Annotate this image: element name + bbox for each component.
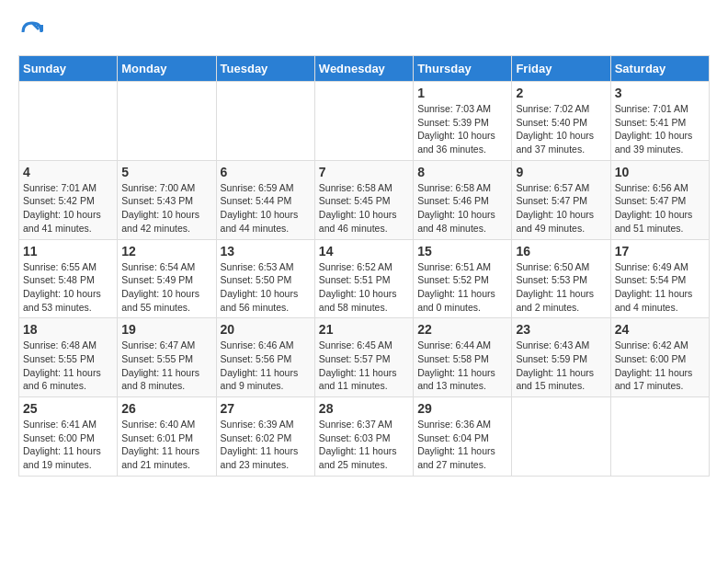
calendar-cell: 11 Sunrise: 6:55 AM Sunset: 5:48 PM Dayl… — [19, 239, 118, 318]
daylight-label: Daylight: 10 hours and 49 minutes. — [516, 209, 594, 234]
daylight-label: Daylight: 11 hours and 19 minutes. — [23, 445, 101, 470]
calendar-cell: 12 Sunrise: 6:54 AM Sunset: 5:49 PM Dayl… — [118, 239, 216, 318]
daylight-label: Daylight: 11 hours and 8 minutes. — [121, 367, 199, 392]
calendar-cell: 23 Sunrise: 6:43 AM Sunset: 5:59 PM Dayl… — [512, 318, 610, 397]
calendar-cell: 2 Sunrise: 7:02 AM Sunset: 5:40 PM Dayli… — [512, 82, 610, 161]
calendar-week-row: 4 Sunrise: 7:01 AM Sunset: 5:42 PM Dayli… — [19, 160, 710, 239]
day-info: Sunrise: 6:52 AM Sunset: 5:51 PM Dayligh… — [319, 260, 409, 315]
daylight-label: Daylight: 11 hours and 27 minutes. — [417, 445, 495, 470]
daylight-label: Daylight: 10 hours and 37 minutes. — [516, 130, 594, 155]
day-info: Sunrise: 6:47 AM Sunset: 5:55 PM Dayligh… — [121, 339, 211, 393]
daylight-label: Daylight: 10 hours and 42 minutes. — [121, 209, 199, 234]
calendar-cell: 22 Sunrise: 6:44 AM Sunset: 5:58 PM Dayl… — [414, 318, 512, 397]
day-number: 6 — [221, 165, 311, 179]
sunset-label: Sunset: 5:55 PM — [121, 353, 193, 364]
sunrise-label: Sunrise: 6:51 AM — [417, 261, 491, 272]
day-number: 27 — [221, 401, 311, 416]
sunrise-label: Sunrise: 6:47 AM — [121, 339, 195, 350]
sunrise-label: Sunrise: 6:58 AM — [319, 182, 392, 193]
calendar-cell — [118, 82, 216, 161]
sunset-label: Sunset: 5:47 PM — [516, 195, 587, 206]
sunset-label: Sunset: 5:44 PM — [221, 195, 292, 206]
calendar-cell: 5 Sunrise: 7:00 AM Sunset: 5:43 PM Dayli… — [118, 160, 216, 239]
day-number: 16 — [516, 244, 606, 259]
calendar-cell: 20 Sunrise: 6:46 AM Sunset: 5:56 PM Dayl… — [216, 318, 314, 397]
day-info: Sunrise: 7:01 AM Sunset: 5:42 PM Dayligh… — [23, 181, 113, 236]
calendar-cell: 25 Sunrise: 6:41 AM Sunset: 6:00 PM Dayl… — [19, 397, 118, 477]
daylight-label: Daylight: 11 hours and 0 minutes. — [417, 288, 495, 313]
header-friday: Friday — [512, 56, 610, 82]
daylight-label: Daylight: 11 hours and 9 minutes. — [221, 367, 299, 392]
daylight-label: Daylight: 11 hours and 15 minutes. — [516, 367, 594, 392]
sunset-label: Sunset: 6:02 PM — [221, 432, 292, 443]
sunset-label: Sunset: 5:54 PM — [615, 274, 687, 285]
sunrise-label: Sunrise: 6:40 AM — [121, 419, 195, 430]
calendar-cell: 15 Sunrise: 6:51 AM Sunset: 5:52 PM Dayl… — [414, 239, 512, 318]
day-info: Sunrise: 6:49 AM Sunset: 5:54 PM Dayligh… — [615, 260, 705, 315]
day-info: Sunrise: 7:01 AM Sunset: 5:41 PM Dayligh… — [615, 102, 705, 156]
day-info: Sunrise: 6:48 AM Sunset: 5:55 PM Dayligh… — [23, 339, 113, 393]
sunset-label: Sunset: 5:52 PM — [417, 274, 489, 285]
day-number: 24 — [615, 322, 705, 337]
sunrise-label: Sunrise: 6:49 AM — [615, 261, 688, 272]
header-tuesday: Tuesday — [216, 56, 314, 82]
header-monday: Monday — [118, 56, 216, 82]
daylight-label: Daylight: 11 hours and 25 minutes. — [319, 445, 397, 470]
daylight-label: Daylight: 10 hours and 53 minutes. — [23, 288, 101, 313]
sunrise-label: Sunrise: 6:59 AM — [221, 182, 294, 193]
day-number: 8 — [417, 165, 507, 179]
sunset-label: Sunset: 5:42 PM — [23, 195, 95, 206]
day-info: Sunrise: 6:58 AM Sunset: 5:46 PM Dayligh… — [417, 181, 507, 236]
sunset-label: Sunset: 5:51 PM — [319, 274, 391, 285]
daylight-label: Daylight: 10 hours and 41 minutes. — [23, 209, 101, 234]
sunrise-label: Sunrise: 6:57 AM — [516, 182, 589, 193]
day-number: 29 — [417, 401, 507, 416]
day-info: Sunrise: 6:43 AM Sunset: 5:59 PM Dayligh… — [516, 339, 606, 393]
sunset-label: Sunset: 5:57 PM — [319, 353, 391, 364]
day-info: Sunrise: 6:40 AM Sunset: 6:01 PM Dayligh… — [121, 418, 211, 472]
sunrise-label: Sunrise: 6:37 AM — [319, 419, 392, 430]
calendar-cell: 27 Sunrise: 6:39 AM Sunset: 6:02 PM Dayl… — [216, 397, 314, 477]
day-number: 13 — [221, 244, 311, 259]
daylight-label: Daylight: 10 hours and 56 minutes. — [221, 288, 299, 313]
day-info: Sunrise: 7:02 AM Sunset: 5:40 PM Dayligh… — [516, 102, 606, 156]
sunrise-label: Sunrise: 6:41 AM — [23, 419, 97, 430]
sunset-label: Sunset: 5:45 PM — [319, 195, 391, 206]
header-sunday: Sunday — [19, 56, 118, 82]
logo-icon — [18, 18, 46, 46]
day-number: 9 — [516, 165, 606, 179]
sunset-label: Sunset: 6:00 PM — [615, 353, 687, 364]
day-info: Sunrise: 6:39 AM Sunset: 6:02 PM Dayligh… — [221, 418, 311, 472]
daylight-label: Daylight: 10 hours and 39 minutes. — [615, 130, 693, 155]
day-info: Sunrise: 6:57 AM Sunset: 5:47 PM Dayligh… — [516, 181, 606, 236]
calendar-cell — [216, 82, 314, 161]
sunrise-label: Sunrise: 6:52 AM — [319, 261, 392, 272]
sunrise-label: Sunrise: 6:45 AM — [319, 339, 392, 350]
header-saturday: Saturday — [610, 56, 709, 82]
sunset-label: Sunset: 5:41 PM — [615, 117, 687, 128]
daylight-label: Daylight: 10 hours and 36 minutes. — [417, 130, 495, 155]
day-info: Sunrise: 6:50 AM Sunset: 5:53 PM Dayligh… — [516, 260, 606, 315]
sunrise-label: Sunrise: 7:02 AM — [516, 103, 589, 114]
day-number: 3 — [615, 86, 705, 100]
calendar-cell: 16 Sunrise: 6:50 AM Sunset: 5:53 PM Dayl… — [512, 239, 610, 318]
day-info: Sunrise: 6:44 AM Sunset: 5:58 PM Dayligh… — [417, 339, 507, 393]
sunrise-label: Sunrise: 6:44 AM — [417, 339, 491, 350]
calendar-header-row: SundayMondayTuesdayWednesdayThursdayFrid… — [19, 56, 710, 82]
calendar-cell — [314, 82, 413, 161]
sunset-label: Sunset: 5:50 PM — [221, 274, 292, 285]
day-number: 10 — [615, 165, 705, 179]
sunset-label: Sunset: 6:04 PM — [417, 432, 489, 443]
day-info: Sunrise: 6:53 AM Sunset: 5:50 PM Dayligh… — [221, 260, 311, 315]
sunrise-label: Sunrise: 7:01 AM — [23, 182, 97, 193]
sunset-label: Sunset: 6:01 PM — [121, 432, 193, 443]
sunset-label: Sunset: 5:56 PM — [221, 353, 292, 364]
calendar-week-row: 25 Sunrise: 6:41 AM Sunset: 6:00 PM Dayl… — [19, 397, 710, 477]
sunrise-label: Sunrise: 6:54 AM — [121, 261, 195, 272]
day-info: Sunrise: 6:42 AM Sunset: 6:00 PM Dayligh… — [615, 339, 705, 393]
day-info: Sunrise: 6:41 AM Sunset: 6:00 PM Dayligh… — [23, 418, 113, 472]
daylight-label: Daylight: 10 hours and 51 minutes. — [615, 209, 693, 234]
day-number: 19 — [121, 322, 211, 337]
sunrise-label: Sunrise: 6:46 AM — [221, 339, 294, 350]
sunrise-label: Sunrise: 6:55 AM — [23, 261, 97, 272]
